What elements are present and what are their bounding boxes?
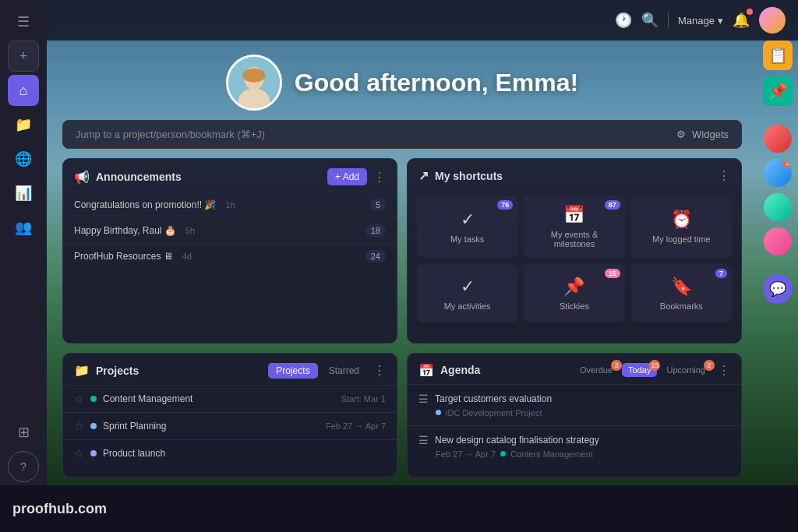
right-widget-teal[interactable]: 📌 — [763, 76, 793, 106]
right-avatar-4[interactable] — [764, 227, 792, 255]
search-placeholder: Jump to a project/person/bookmark (⌘+J) — [76, 129, 265, 140]
project-date-0: Start: Mar 1 — [341, 394, 386, 403]
announcement-text-1: Happy Birthday, Raul 🎂 5h — [74, 225, 195, 236]
chat-button[interactable]: 💬 — [763, 274, 793, 304]
bottom-logo: proofhub.com — [12, 501, 107, 517]
sidebar-item-projects[interactable]: 📁 — [8, 109, 39, 140]
right-avatar-3[interactable] — [764, 193, 792, 221]
sidebar-item-grid[interactable]: ⊞ — [8, 417, 39, 448]
agenda-item-1[interactable]: ☰ New design catalog finalisation strate… — [408, 425, 741, 467]
agenda-more-icon[interactable]: ⋮ — [718, 363, 730, 378]
announcements-icon: 📢 — [74, 170, 90, 185]
announcements-header: 📢 Announcements + Add ⋮ — [63, 159, 397, 192]
search-bar[interactable]: Jump to a project/person/bookmark (⌘+J) … — [62, 120, 742, 149]
widgets-label: Widgets — [692, 129, 729, 140]
announcement-item-2[interactable]: ProofHub Resources 🖥 4d 24 — [63, 243, 397, 269]
announcement-count-2: 24 — [365, 250, 386, 262]
announcement-time-0: 1h — [225, 200, 235, 210]
project-item-1[interactable]: ☆ Sprint Planning Feb 27 → Apr 7 — [63, 412, 397, 439]
agenda-sub-1: Feb 27 → Apr 7 Content Management — [418, 449, 730, 459]
shortcuts-card: ↗ My shortcuts ⋮ 76 ✓ My tasks 87 📅 My e… — [407, 158, 742, 344]
shortcuts-more-icon[interactable]: ⋮ — [718, 168, 730, 183]
sidebar-item-menu[interactable]: ☰ — [8, 6, 39, 37]
manage-chevron-icon: ▾ — [718, 15, 723, 26]
announcement-text-2: ProofHub Resources 🖥 4d — [74, 251, 192, 262]
projects-title: 📁 Projects — [74, 363, 139, 378]
agenda-task-icon-0: ☰ — [418, 393, 429, 405]
shortcut-icon-my-events: 📅 — [563, 205, 584, 225]
shortcut-badge-my-events: 87 — [605, 200, 620, 210]
agenda-title-text: Agenda — [440, 364, 480, 376]
agenda-icon: 📅 — [418, 363, 434, 378]
announcement-count-1: 18 — [365, 224, 386, 237]
agenda-card: 📅 Agenda Overdue 3 Today 15 — [407, 353, 742, 478]
sidebar-item-home[interactable]: ⌂ — [8, 75, 39, 106]
project-left-1: ☆ Sprint Planning — [74, 420, 166, 432]
shortcut-label-my-activities: My activities — [444, 301, 491, 311]
sidebar-item-people[interactable]: 👥 — [8, 212, 39, 243]
clock-icon[interactable]: 🕐 — [615, 12, 632, 29]
project-left-2: ☆ Product launch — [74, 447, 165, 460]
shortcut-label-my-tasks: My tasks — [450, 234, 484, 244]
shortcuts-icon: ↗ — [418, 168, 429, 183]
announcement-time-2: 4d — [182, 252, 192, 261]
projects-tabs: Projects Starred — [268, 363, 367, 379]
overdue-badge: 3 — [611, 360, 622, 371]
greeting-section: Good afternoon, Emma! — [62, 41, 742, 120]
project-item-2[interactable]: ☆ Product launch — [63, 439, 397, 467]
sidebar: ☰ + ⌂ 📁 🌐 📊 👥 ⊞ ? 💬 — [0, 0, 47, 532]
right-widget-yellow[interactable]: 📋 — [763, 41, 793, 70]
sidebar-item-reports[interactable]: 📊 — [8, 178, 39, 209]
agenda-title-0: ☰ Target customers evaluation — [418, 393, 730, 405]
tab-upcoming[interactable]: Upcoming 2 — [660, 363, 711, 377]
projects-more-icon[interactable]: ⋮ — [373, 363, 386, 378]
sidebar-item-globe[interactable]: 🌐 — [8, 143, 39, 174]
right-avatar-2[interactable]: 5 — [764, 159, 792, 187]
sidebar-item-add[interactable]: + — [8, 41, 39, 72]
manage-dropdown[interactable]: Manage ▾ — [678, 15, 723, 26]
project-star-2[interactable]: ☆ — [74, 447, 84, 460]
announcements-add-button[interactable]: + Add — [327, 168, 367, 185]
announcement-content-0: Congratulations on promotion!! 🎉 — [74, 199, 216, 210]
shortcut-bookmarks[interactable]: 7 🔖 Bookmarks — [631, 264, 732, 322]
shortcuts-title: ↗ My shortcuts — [418, 168, 503, 183]
agenda-dot-1 — [500, 451, 506, 456]
project-dot-2 — [90, 450, 97, 456]
shortcuts-grid: 76 ✓ My tasks 87 📅 My events & milestone… — [408, 189, 741, 332]
projects-header: 📁 Projects Projects Starred ⋮ — [63, 354, 397, 385]
project-name-1: Sprint Planning — [103, 421, 166, 432]
announcement-time-1: 5h — [185, 226, 195, 235]
shortcut-my-activities[interactable]: ✓ My activities — [417, 264, 517, 322]
search-icon[interactable]: 🔍 — [641, 12, 659, 29]
agenda-title: 📅 Agenda — [418, 363, 480, 378]
agenda-task-icon-1: ☰ — [418, 434, 429, 446]
shortcut-my-tasks[interactable]: 76 ✓ My tasks — [417, 196, 517, 258]
project-star-0[interactable]: ☆ — [74, 393, 84, 405]
announcement-text-0: Congratulations on promotion!! 🎉 1h — [74, 199, 235, 210]
shortcut-my-logged-time[interactable]: ⏰ My logged time — [631, 196, 732, 258]
shortcut-label-my-events: My events & milestones — [530, 230, 618, 248]
agenda-project-0: iDC Development Project — [446, 408, 542, 417]
agenda-date-1: Feb 27 → Apr 7 — [436, 449, 496, 459]
notifications-bell[interactable]: 🔔 — [733, 12, 750, 29]
announcement-count-0: 5 — [370, 199, 386, 211]
tab-projects[interactable]: Projects — [268, 363, 317, 379]
notification-badge — [747, 9, 753, 15]
agenda-item-0[interactable]: ☰ Target customers evaluation iDC Develo… — [408, 384, 741, 425]
announcement-item-1[interactable]: Happy Birthday, Raul 🎂 5h 18 — [63, 217, 397, 243]
project-item-0[interactable]: ☆ Content Management Start: Mar 1 — [63, 385, 397, 412]
shortcut-my-events[interactable]: 87 📅 My events & milestones — [524, 196, 624, 258]
widgets-button[interactable]: ⚙ Widgets — [676, 129, 729, 140]
project-star-1[interactable]: ☆ — [74, 420, 84, 432]
shortcut-label-stickies: Stickies — [560, 301, 589, 311]
announcement-item-0[interactable]: Congratulations on promotion!! 🎉 1h 5 — [63, 192, 397, 217]
tab-starred[interactable]: Starred — [321, 363, 367, 379]
shortcut-stickies[interactable]: 15 📌 Stickies — [524, 264, 624, 322]
tab-today[interactable]: Today 15 — [622, 363, 657, 377]
announcements-more-icon[interactable]: ⋮ — [373, 170, 386, 185]
right-avatar-1[interactable] — [764, 125, 792, 153]
tab-overdue-label: Overdue — [580, 365, 613, 375]
sidebar-item-help[interactable]: ? — [8, 451, 39, 482]
announcements-title: 📢 Announcements — [74, 170, 182, 185]
tab-overdue[interactable]: Overdue 3 — [574, 363, 619, 377]
